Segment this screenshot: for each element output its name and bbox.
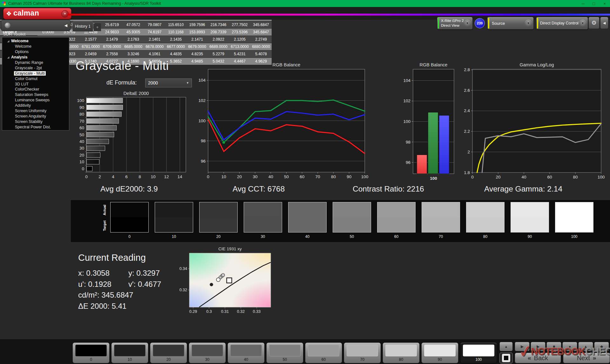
patch-level-label: 100	[555, 234, 593, 239]
svg-text:10: 10	[79, 159, 84, 164]
tree-item-label: Saturation Sweeps	[14, 92, 49, 97]
gamma-chart: Gamma Log/Log1.822.22.42.62.802040608010…	[456, 62, 607, 183]
svg-text:102: 102	[403, 98, 410, 103]
table-value-cell: 2.2749	[250, 36, 272, 43]
patch-level-label: 20	[199, 234, 238, 239]
tree-item-additivity[interactable]: Additivity	[2, 103, 69, 108]
svg-text:2.2: 2.2	[464, 129, 470, 134]
tree-item-welcome[interactable]: Welcome	[2, 44, 69, 49]
grayscale-patch-30	[244, 202, 282, 233]
svg-text:2.8: 2.8	[464, 67, 470, 72]
svg-text:98: 98	[201, 138, 206, 143]
tree-group-label: Welcome	[11, 39, 29, 43]
svg-text:2: 2	[467, 150, 470, 154]
svg-text:0.33: 0.33	[253, 309, 261, 314]
svg-text:40: 40	[268, 174, 273, 179]
patch-actual	[377, 202, 415, 217]
chevron-down-icon: ▼	[186, 81, 189, 84]
display-control-status-bar	[537, 18, 538, 29]
collapse-panel-button[interactable]: ◀	[600, 17, 608, 29]
pattern-button-100[interactable]: 100	[460, 342, 497, 363]
pattern-button-90[interactable]: 90	[421, 342, 458, 363]
scroll-up-button[interactable]: ▲	[499, 342, 513, 351]
tree-item-screen-stability[interactable]: Screen Stability	[2, 119, 69, 124]
pattern-button-70[interactable]: 70	[344, 342, 381, 363]
display-control-selector[interactable]: Direct Display Control ▼	[536, 17, 588, 30]
tree-item-saturation-sweeps[interactable]: Saturation Sweeps	[2, 92, 69, 98]
table-value-cell: 4.8235	[186, 51, 208, 58]
calman-logo-icon: ❖	[6, 10, 12, 17]
source-dropdown-icon[interactable]: ▼	[525, 20, 532, 27]
pattern-button-0[interactable]: 0	[72, 342, 110, 363]
pattern-button-40[interactable]: 40	[227, 342, 265, 363]
titlebar: Calman 2025 Calman Ultimate for Business…	[0, 0, 610, 7]
tab-history-1[interactable]: History 1	[72, 21, 93, 31]
svg-text:80: 80	[331, 174, 336, 179]
patch-target	[155, 217, 193, 232]
add-tab-button[interactable]: +	[94, 23, 101, 31]
table-value-cell: 208.7339	[208, 29, 229, 36]
current-reading-y: y: 0.3297	[128, 269, 160, 278]
close-button[interactable]: ×	[599, 1, 610, 6]
pattern-window-button[interactable]	[499, 353, 513, 363]
tree-item-colorchecker[interactable]: ColorChecker	[2, 87, 69, 92]
display-control-dropdown-icon[interactable]: ▼	[579, 20, 586, 27]
sidebar-header: ◀	[1, 20, 71, 31]
pattern-button-10[interactable]: 10	[111, 342, 148, 363]
tree-item-grayscale-multi[interactable]: Grayscale - Multi	[2, 71, 69, 76]
current-reading-x: x: 0.3058	[78, 269, 110, 278]
source-label: Source	[487, 21, 505, 26]
tree-item-label: Screen Angularity	[14, 114, 47, 118]
actual-row-label: Actual	[102, 202, 107, 218]
calman-logo-text: calman	[13, 9, 39, 17]
source-selector[interactable]: Source ▼	[487, 17, 534, 30]
patch-level-label: 10	[155, 234, 193, 239]
sidebar-collapse-icon[interactable]: ◀	[64, 20, 67, 31]
patch-level-label: 50	[333, 234, 371, 239]
settings-button[interactable]: ⚙	[588, 17, 600, 29]
tree-group-analysis[interactable]: ◢Analysis	[2, 55, 69, 60]
tree-item-luminance-sweeps[interactable]: Luminance Sweeps	[2, 98, 69, 103]
meter-selector[interactable]: X-Rite i1Pro 2 Direct View ▼	[437, 17, 473, 30]
maximize-button[interactable]: □	[588, 1, 599, 6]
tree-item-spectral-power-dist-[interactable]: Spectral Power Dist.	[2, 124, 69, 130]
tree-item-screen-uniformity[interactable]: Screen Uniformity	[2, 108, 69, 114]
calman-menu-button[interactable]: ❖ calman ▼	[3, 8, 71, 19]
svg-text:0: 0	[471, 175, 474, 179]
tree-group-welcome[interactable]: ◢Welcome	[2, 38, 69, 44]
pattern-swatch	[153, 345, 184, 356]
grayscale-patch-40	[288, 202, 327, 233]
tree-item-3d-lut[interactable]: 3D LUT	[2, 81, 69, 87]
pattern-button-60[interactable]: 60	[305, 342, 342, 363]
pattern-swatch	[114, 345, 146, 356]
patch-target	[288, 217, 326, 232]
minimize-button[interactable]: ─	[578, 1, 588, 6]
tree-expanded-icon: ◢	[7, 56, 11, 59]
tree-item-grayscale-2pt[interactable]: Grayscale - 2pt	[2, 65, 69, 71]
tree-item-options[interactable]: Options	[2, 49, 69, 55]
pattern-button-50[interactable]: 50	[266, 342, 303, 363]
pattern-level-label: 100	[460, 357, 497, 362]
svg-text:98: 98	[406, 140, 410, 145]
meter-dropdown-icon[interactable]: ▼	[464, 20, 471, 27]
svg-text:100: 100	[198, 118, 206, 123]
patch-actual	[511, 202, 549, 217]
patch-target	[244, 217, 282, 232]
tree-item-dynamic-range[interactable]: Dynamic Range	[2, 60, 69, 65]
patch-actual	[111, 202, 148, 217]
pattern-button-80[interactable]: 80	[383, 342, 420, 363]
table-value-cell: 6679.0000	[186, 43, 208, 51]
tree-item-screen-angularity[interactable]: Screen Angularity	[2, 113, 69, 119]
pattern-button-30[interactable]: 30	[189, 342, 226, 363]
svg-text:70: 70	[79, 119, 84, 124]
pattern-level-label: 40	[228, 357, 264, 362]
tree-expanded-icon: ◢	[7, 40, 11, 43]
table-value-cell: 6685.0000	[123, 43, 144, 51]
table-value-cell: 6781.0000	[80, 43, 101, 51]
pattern-button-20[interactable]: 20	[150, 342, 187, 363]
svg-text:RGB Balance: RGB Balance	[420, 62, 448, 67]
tree-item-color-gamut[interactable]: Color Gamut	[2, 76, 69, 81]
svg-text:104: 104	[198, 78, 206, 83]
pattern-swatch	[347, 345, 378, 356]
de-formula-select[interactable]: 2000 ▼	[145, 78, 192, 87]
